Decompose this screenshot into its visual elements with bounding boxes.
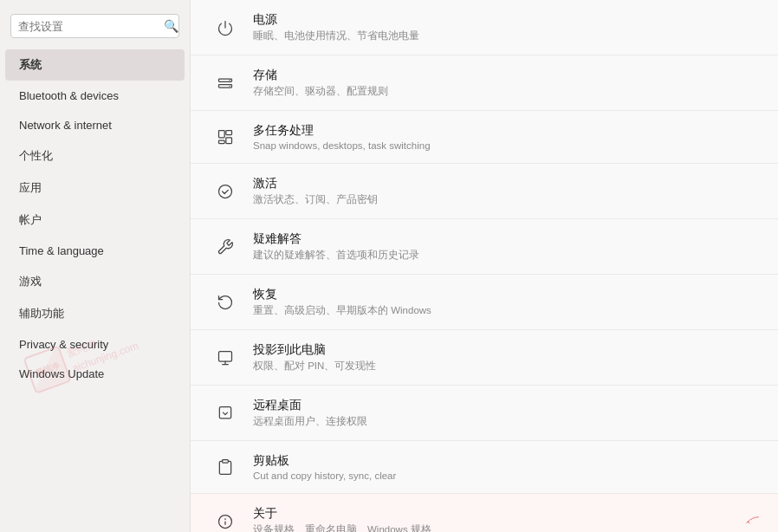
- settings-item-multitasking[interactable]: 多任务处理Snap windows, desktops, task switch…: [191, 111, 778, 164]
- item-title-about: 关于: [253, 506, 431, 522]
- sidebar-item-bluetooth[interactable]: Bluetooth & devices: [5, 81, 185, 110]
- search-icon: 🔍: [164, 19, 178, 33]
- item-title-multitasking: 多任务处理: [253, 123, 431, 139]
- clipboard-icon: [211, 453, 239, 481]
- item-subtitle-remote: 远程桌面用户、连接权限: [253, 415, 367, 428]
- item-subtitle-recovery: 重置、高级启动、早期版本的 Windows: [253, 304, 431, 317]
- power-icon: [211, 14, 239, 42]
- search-box[interactable]: 🔍: [10, 14, 179, 38]
- sidebar-nav: 系统Bluetooth & devicesNetwork & internet个…: [0, 49, 190, 389]
- svg-rect-4: [219, 131, 225, 138]
- sidebar-item-privacy[interactable]: Privacy & security: [5, 330, 185, 359]
- sidebar-item-network[interactable]: Network & internet: [5, 111, 185, 139]
- item-title-power: 电源: [253, 12, 419, 28]
- sidebar-item-system[interactable]: 系统: [5, 49, 185, 81]
- settings-item-remote[interactable]: 远程桌面远程桌面用户、连接权限: [191, 386, 778, 441]
- settings-item-troubleshoot[interactable]: 疑难解答建议的疑难解答、首选项和历史记录: [191, 219, 778, 275]
- check-circle-icon: [211, 178, 239, 205]
- settings-item-power[interactable]: 电源睡眠、电池使用情况、节省电池电量: [191, 0, 778, 55]
- item-title-clipboard: 剪贴板: [253, 453, 396, 469]
- settings-item-storage[interactable]: 存储存储空间、驱动器、配置规则: [191, 55, 778, 111]
- search-input[interactable]: [18, 20, 164, 33]
- wrench-icon: [211, 233, 239, 261]
- settings-item-project[interactable]: 投影到此电脑权限、配对 PIN、可发现性: [191, 330, 778, 386]
- item-subtitle-clipboard: Cut and copy history, sync, clear: [253, 470, 396, 481]
- item-title-remote: 远程桌面: [253, 398, 367, 413]
- svg-point-8: [219, 185, 232, 198]
- sidebar-item-accounts[interactable]: 帐户: [5, 204, 185, 236]
- sidebar-item-apps[interactable]: 应用: [5, 172, 185, 204]
- sidebar-item-personalization[interactable]: 个性化: [5, 140, 185, 172]
- svg-rect-7: [219, 140, 225, 143]
- sidebar-item-accessibility[interactable]: 辅助功能: [5, 298, 185, 329]
- sidebar-item-time[interactable]: Time & language: [5, 237, 185, 265]
- item-title-troubleshoot: 疑难解答: [253, 231, 419, 247]
- storage-icon: [211, 69, 239, 97]
- info-icon: [211, 508, 239, 533]
- item-subtitle-troubleshoot: 建议的疑难解答、首选项和历史记录: [253, 249, 419, 262]
- svg-rect-10: [223, 460, 229, 463]
- item-title-storage: 存储: [253, 68, 388, 83]
- remote-icon: [211, 399, 239, 427]
- svg-rect-5: [226, 131, 232, 135]
- item-subtitle-multitasking: Snap windows, desktops, task switching: [253, 140, 431, 151]
- item-title-activation: 激活: [253, 176, 378, 191]
- project-icon: [211, 344, 239, 372]
- svg-rect-9: [219, 351, 232, 361]
- item-title-project: 投影到此电脑: [253, 342, 376, 358]
- recovery-icon: [211, 289, 239, 316]
- settings-item-activation[interactable]: 激活激活状态、订阅、产品密钥: [191, 164, 778, 219]
- settings-item-recovery[interactable]: 恢复重置、高级启动、早期版本的 Windows: [191, 275, 778, 330]
- settings-item-clipboard[interactable]: 剪贴板Cut and copy history, sync, clear: [191, 441, 778, 494]
- sidebar-item-update[interactable]: Windows Update: [5, 360, 185, 388]
- item-title-recovery: 恢复: [253, 287, 431, 302]
- item-subtitle-activation: 激活状态、订阅、产品密钥: [253, 193, 378, 206]
- item-subtitle-about: 设备规格、重命名电脑、Windows 规格: [253, 523, 431, 532]
- svg-point-2: [229, 80, 230, 81]
- arrow-annotation: [743, 511, 761, 531]
- item-subtitle-storage: 存储空间、驱动器、配置规则: [253, 85, 388, 98]
- sidebar: 🔍 系统Bluetooth & devicesNetwork & interne…: [0, 0, 191, 532]
- svg-point-3: [229, 85, 230, 86]
- settings-item-about[interactable]: 关于设备规格、重命名电脑、Windows 规格: [191, 494, 778, 532]
- item-subtitle-power: 睡眠、电池使用情况、节省电池电量: [253, 29, 419, 42]
- settings-list: 电源睡眠、电池使用情况、节省电池电量存储存储空间、驱动器、配置规则多任务处理Sn…: [191, 0, 778, 532]
- multitask-icon: [211, 123, 239, 151]
- item-subtitle-project: 权限、配对 PIN、可发现性: [253, 360, 376, 373]
- main-content: 电源睡眠、电池使用情况、节省电池电量存储存储空间、驱动器、配置规则多任务处理Sn…: [191, 0, 778, 532]
- sidebar-item-gaming[interactable]: 游戏: [5, 266, 185, 297]
- svg-rect-6: [226, 138, 232, 144]
